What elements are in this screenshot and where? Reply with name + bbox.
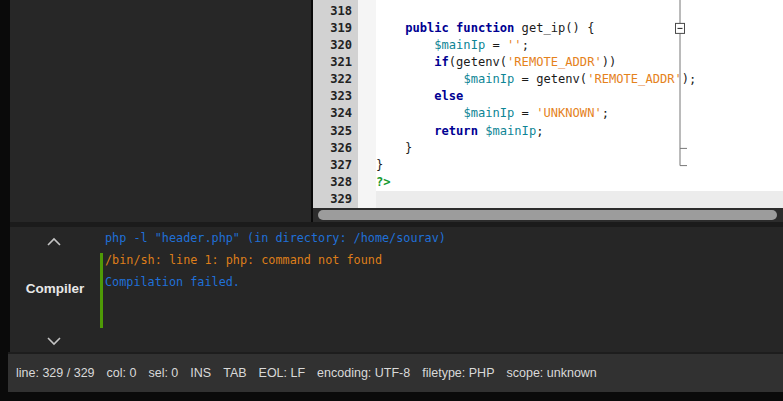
token-plain <box>376 21 405 35</box>
line-number[interactable]: 320 <box>313 37 358 54</box>
line-number[interactable]: 318 <box>313 3 358 20</box>
message-marker-bar <box>100 253 103 328</box>
token-plain: = <box>514 106 536 120</box>
fold-margin-cell[interactable] <box>358 123 376 140</box>
sidebar-panel <box>10 0 311 222</box>
token-kw: else <box>434 89 463 103</box>
status-filetype[interactable]: filetype: PHP <box>422 366 494 380</box>
geany-window: 317 }318319 public function get_ip() {32… <box>0 0 783 401</box>
fold-margin-cell[interactable] <box>358 37 376 54</box>
line-number[interactable]: 327 <box>313 157 358 174</box>
token-plain: ; <box>536 124 543 138</box>
line-text[interactable]: ?> <box>376 174 783 191</box>
fold-margin-cell[interactable] <box>358 54 376 71</box>
fold-margin-cell[interactable] <box>358 140 376 157</box>
token-plain: ); <box>682 72 697 86</box>
code-line-328[interactable]: 328?> <box>313 174 783 191</box>
code-line-326[interactable]: 326 } <box>313 140 783 157</box>
line-number[interactable]: 323 <box>313 88 358 105</box>
line-number[interactable]: 326 <box>313 140 358 157</box>
status-col[interactable]: col: 0 <box>107 366 137 380</box>
status-eol[interactable]: EOL: LF <box>259 366 306 380</box>
code-line-320[interactable]: 320 $mainIp = ''; <box>313 37 783 54</box>
status-indent[interactable]: TAB <box>223 366 246 380</box>
message-tab-column: Compiler <box>10 227 100 352</box>
token-str: '' <box>507 38 522 52</box>
fold-margin-cell[interactable] <box>358 20 376 37</box>
line-text[interactable]: } <box>376 157 783 174</box>
token-plain: ; <box>522 38 529 52</box>
fold-margin-cell[interactable] <box>358 71 376 88</box>
code-line-319[interactable]: 319 public function get_ip() { <box>313 20 783 37</box>
token-str: 'UNKNOWN' <box>536 106 602 120</box>
token-tag: ?> <box>376 175 391 189</box>
token-str: 'REMOTE_ADDR' <box>507 55 602 69</box>
token-var: $mainIp <box>463 106 514 120</box>
token-kw: public function <box>405 21 514 35</box>
fold-margin-cell[interactable] <box>358 157 376 174</box>
code-line-327[interactable]: 327} <box>313 157 783 174</box>
fold-margin-cell[interactable] <box>358 174 376 191</box>
line-number[interactable]: 322 <box>313 71 358 88</box>
token-plain <box>376 55 434 69</box>
status-line[interactable]: line: 329 / 329 <box>16 366 95 380</box>
token-kw: if <box>434 55 449 69</box>
line-text[interactable]: $mainIp = 'UNKNOWN'; <box>376 105 783 122</box>
code-lines: 317 }318319 public function get_ip() {32… <box>313 0 783 208</box>
token-plain: = <box>485 38 507 52</box>
token-kw: return <box>434 124 478 138</box>
scroll-tabs-up-button[interactable] <box>36 233 72 251</box>
chevron-down-icon <box>46 336 62 346</box>
code-line-325[interactable]: 325 return $mainIp; <box>313 123 783 140</box>
status-mode[interactable]: INS <box>190 366 211 380</box>
line-text[interactable]: public function get_ip() { <box>376 20 783 37</box>
scroll-tabs-down-button[interactable] <box>36 332 72 350</box>
status-sel[interactable]: sel: 0 <box>148 366 178 380</box>
line-text[interactable]: $mainIp = getenv('REMOTE_ADDR'); <box>376 71 783 88</box>
status-bar: line: 329 / 329col: 0sel: 0INSTABEOL: LF… <box>8 352 783 392</box>
fold-margin-cell[interactable] <box>358 105 376 122</box>
compiler-message-error[interactable]: /bin/sh: line 1: php: command not found <box>105 249 779 271</box>
line-text[interactable]: return $mainIp; <box>376 123 783 140</box>
fold-margin-cell[interactable] <box>358 88 376 105</box>
line-number[interactable]: 329 <box>313 191 358 208</box>
code-line-324[interactable]: 324 $mainIp = 'UNKNOWN'; <box>313 105 783 122</box>
compiler-message-info[interactable]: php -l "header.php" (in directory: /home… <box>105 227 779 249</box>
token-plain <box>376 106 463 120</box>
horizontal-scrollbar-thumb[interactable] <box>318 210 777 220</box>
line-text[interactable] <box>376 3 783 20</box>
line-number[interactable]: 319 <box>313 20 358 37</box>
chevron-up-icon <box>46 237 62 247</box>
line-number[interactable]: 325 <box>313 123 358 140</box>
code-line-318[interactable]: 318 <box>313 3 783 20</box>
token-plain: ; <box>602 106 609 120</box>
line-text[interactable]: if(getenv('REMOTE_ADDR')) <box>376 54 783 71</box>
token-plain: )) <box>602 55 617 69</box>
line-text[interactable]: else <box>376 88 783 105</box>
status-scope[interactable]: scope: unknown <box>506 366 596 380</box>
token-var: $mainIp <box>485 124 536 138</box>
fold-margin-cell[interactable] <box>358 191 376 208</box>
line-text[interactable]: } <box>376 140 783 157</box>
current-line-text[interactable] <box>376 191 783 208</box>
code-line-321[interactable]: 321 if(getenv('REMOTE_ADDR')) <box>313 54 783 71</box>
compiler-panel: Compiler php -l "header.php" (in directo… <box>10 222 783 352</box>
token-plain <box>376 124 434 138</box>
code-line-323[interactable]: 323 else <box>313 88 783 105</box>
compiler-messages: php -l "header.php" (in directory: /home… <box>105 227 779 293</box>
status-encoding[interactable]: encoding: UTF-8 <box>317 366 410 380</box>
horizontal-scrollbar[interactable] <box>313 208 783 222</box>
token-plain: } <box>376 0 412 1</box>
code-line-322[interactable]: 322 $mainIp = getenv('REMOTE_ADDR'); <box>313 71 783 88</box>
fold-margin-cell[interactable] <box>358 3 376 20</box>
line-number[interactable]: 328 <box>313 174 358 191</box>
token-var: $mainIp <box>463 72 514 86</box>
line-number[interactable]: 324 <box>313 105 358 122</box>
code-editor[interactable]: 317 }318319 public function get_ip() {32… <box>313 0 783 208</box>
code-line-329[interactable]: 329 <box>313 191 783 208</box>
tab-compiler[interactable]: Compiler <box>10 281 100 296</box>
compiler-message-info[interactable]: Compilation failed. <box>105 271 779 293</box>
line-text[interactable]: $mainIp = ''; <box>376 37 783 54</box>
line-number[interactable]: 321 <box>313 54 358 71</box>
token-plain: } <box>376 158 383 172</box>
